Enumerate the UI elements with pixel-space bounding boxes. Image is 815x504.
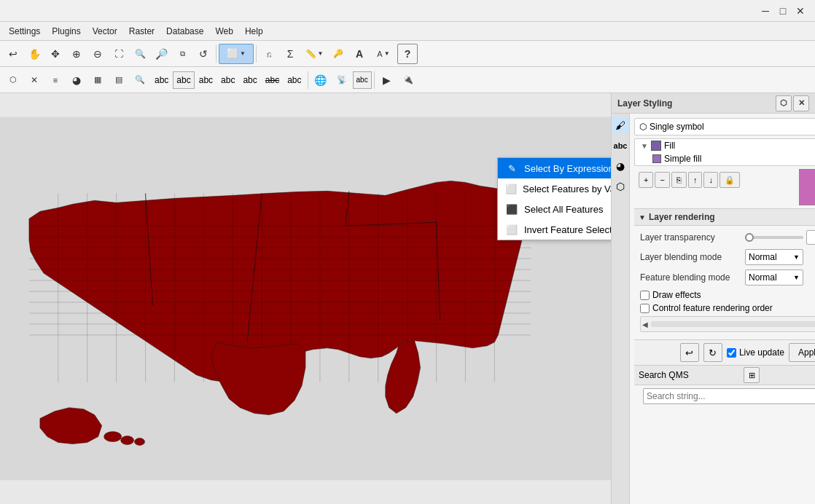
bottom-action-bar: ↩ ↻ Live update Apply <box>634 339 815 365</box>
search-btn[interactable]: 🔍 <box>130 70 150 90</box>
search-qms-input[interactable] <box>643 388 815 404</box>
blending-mode-combo[interactable]: Normal ▼ <box>745 249 803 265</box>
label-abc-5[interactable]: abc <box>239 71 260 89</box>
feature-blending-combo[interactable]: Normal ▼ <box>745 269 803 286</box>
select-by-expression-item[interactable]: ✎ Select By Expression... <box>498 158 611 178</box>
panel-close-btn[interactable]: ✕ <box>793 95 809 111</box>
zoom-extent-btn[interactable]: ⛶ <box>109 44 129 64</box>
side-icon-bar: 🖌 abc ◕ ⬡ <box>612 114 630 504</box>
text-anno-btn[interactable]: A <box>349 44 370 64</box>
tips-btn[interactable]: 🔑 <box>328 44 348 64</box>
color-preview-swatch[interactable] <box>799 169 815 205</box>
label-abc-7[interactable]: abc <box>284 71 305 89</box>
lock-btn[interactable]: 🔒 <box>720 172 740 188</box>
live-update-checkbox[interactable] <box>727 348 736 358</box>
panel-inner: 🖌 abc ◕ ⬡ ⬡ Single symbol ▼ ▼ <box>612 114 815 504</box>
help-btn[interactable]: ? <box>397 44 418 64</box>
pie-chart-btn[interactable]: ◕ <box>66 70 87 90</box>
context-dropdown-menu: ✎ Select By Expression... ⬜ Select Featu… <box>497 157 611 240</box>
csv-label-btn[interactable]: abc <box>353 71 372 89</box>
select-features-btn[interactable]: ⬜ ▼ <box>219 44 254 64</box>
diagram-icon-btn[interactable]: ◕ <box>612 157 629 175</box>
main-area: ✎ Select By Expression... ⬜ Select Featu… <box>0 93 815 504</box>
globe-btn[interactable]: 🌐 <box>311 70 331 90</box>
add-layer-btn[interactable]: + <box>639 172 653 188</box>
minimize-button[interactable]: ─ <box>757 2 774 20</box>
class-btn[interactable]: ▤ <box>109 70 129 90</box>
draw-effects-checkbox[interactable] <box>640 291 650 300</box>
move-btn[interactable]: ✥ <box>45 44 66 64</box>
redo-btn[interactable]: ↻ <box>703 343 722 362</box>
scroll-bar[interactable]: ◀ ▶ <box>640 316 815 332</box>
map-canvas[interactable]: ✎ Select By Expression... ⬜ Select Featu… <box>0 93 611 504</box>
antenna-btn[interactable]: 📡 <box>332 70 352 90</box>
text-anno-dropdown[interactable]: A ▼ <box>370 44 397 64</box>
label-abc-2[interactable]: abc <box>173 71 194 89</box>
select-features-by-value-item[interactable]: ⬜ Select Features by Value... F3 <box>498 178 611 199</box>
sep1 <box>216 45 217 63</box>
measure-btn[interactable]: 📏 ▼ <box>301 44 327 64</box>
abc-icon-btn[interactable]: abc <box>612 137 629 154</box>
close-button[interactable]: ✕ <box>792 2 809 20</box>
draw-effects-row: Draw effects <box>640 290 815 300</box>
transparency-slider[interactable] <box>745 236 803 239</box>
mask-icon-btn[interactable]: ⬡ <box>612 178 629 195</box>
stats-btn[interactable]: Σ <box>280 44 300 64</box>
single-symbol-selector[interactable]: ⬡ Single symbol ▼ <box>634 118 815 135</box>
apply-button[interactable]: Apply <box>789 343 815 362</box>
simple-fill-tree-item[interactable]: Simple fill <box>635 152 815 165</box>
duplicate-layer-btn[interactable]: ⎘ <box>671 172 687 188</box>
zoom-out-btn[interactable]: ⊖ <box>87 44 108 64</box>
brush-icon-btn[interactable]: 🖌 <box>612 117 629 134</box>
pan-btn[interactable]: ✋ <box>24 44 44 64</box>
plugin-btn[interactable]: 🔌 <box>398 70 418 90</box>
select-all-features-item[interactable]: ⬛ Select All Features Ctrl+A <box>498 199 611 219</box>
transparency-value-input[interactable] <box>806 230 815 245</box>
zoom-selection-btn[interactable]: 🔎 <box>151 44 171 64</box>
menu-web[interactable]: Web <box>209 25 238 38</box>
rule-btn[interactable]: ▦ <box>87 70 108 90</box>
delete-field-btn[interactable]: ✕ <box>24 70 44 90</box>
menu-help[interactable]: Help <box>239 25 269 38</box>
control-rendering-checkbox[interactable] <box>640 304 650 313</box>
search-qms-bar: Search QMS ⊞ ✕ <box>634 365 815 385</box>
menu-vector[interactable]: Vector <box>87 25 123 38</box>
calc-btn[interactable]: ≡ <box>45 70 66 90</box>
undo-btn[interactable]: ↩ <box>680 343 699 362</box>
label-abc-1[interactable]: abc <box>151 71 172 89</box>
titlebar: ─ □ ✕ <box>0 0 815 22</box>
layer-rendering-section-header[interactable]: ▼ Layer rendering <box>634 208 815 226</box>
menu-raster[interactable]: Raster <box>123 25 160 38</box>
invert-feature-selection-item[interactable]: ⬜ Invert Feature Selection <box>498 219 611 240</box>
pan-tool-btn[interactable]: ↩ <box>3 44 23 64</box>
slider-thumb[interactable] <box>745 233 754 242</box>
fill-tree-item[interactable]: ▼ Fill <box>635 139 815 152</box>
move-down-btn[interactable]: ↓ <box>703 172 718 188</box>
tree-buttons-row: + − ⎘ ↑ ↓ 🔒 <box>634 169 795 191</box>
move-up-btn[interactable]: ↑ <box>688 172 703 188</box>
blending-mode-row: Layer blending mode Normal ▼ <box>640 249 815 265</box>
panel-detach-btn[interactable]: ⬡ <box>776 95 792 111</box>
label-abc-4[interactable]: abc <box>217 71 238 89</box>
refresh-btn[interactable]: ↺ <box>193 44 214 64</box>
pan-to-selection-btn[interactable]: ⧉ <box>172 44 192 64</box>
play-btn[interactable]: ▶ <box>377 70 397 90</box>
label-abc-6[interactable]: abc <box>262 71 283 89</box>
zoom-layer-btn[interactable]: 🔍 <box>130 44 150 64</box>
menu-settings[interactable]: Settings <box>3 25 46 38</box>
blending-value: Normal <box>749 252 777 262</box>
invert-feature-selection-label: Invert Feature Selection <box>524 224 611 235</box>
layer-diagram-btn[interactable]: ⬡ <box>3 70 23 90</box>
label-abc-3[interactable]: abc <box>195 71 217 89</box>
menu-plugins[interactable]: Plugins <box>46 25 86 38</box>
maximize-button[interactable]: □ <box>774 2 792 20</box>
remove-layer-btn[interactable]: − <box>655 172 669 188</box>
anno-dropdown-icon: ▼ <box>384 50 390 57</box>
zoom-in-btn[interactable]: ⊕ <box>66 44 87 64</box>
deselect-btn[interactable]: ⎌ <box>259 44 279 64</box>
panel-body: ⬡ Single symbol ▼ ▼ Fill Simple fill <box>630 114 815 504</box>
transparency-label: Layer transparency <box>640 232 742 243</box>
menu-database[interactable]: Database <box>160 25 209 38</box>
scroll-left-btn[interactable]: ◀ <box>642 320 648 328</box>
qms-expand-btn[interactable]: ⊞ <box>744 367 760 383</box>
